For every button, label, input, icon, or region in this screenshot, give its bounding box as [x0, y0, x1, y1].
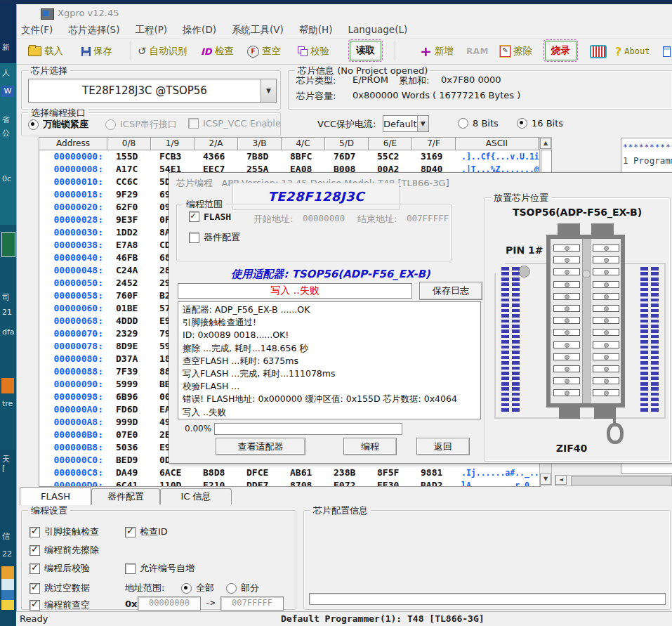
hex-value: 55C2: [369, 150, 412, 163]
slot-pin-dot: [604, 355, 609, 360]
check-id-checkbox[interactable]: 检查ID: [125, 526, 168, 538]
program-button[interactable]: 编程: [343, 438, 397, 455]
auto-sn-checkbox[interactable]: 允许编号自增: [125, 562, 195, 575]
slot-pin-dot: [565, 282, 569, 287]
hex-value: 5999: [107, 378, 151, 391]
menu-item[interactable]: 系统工具(V): [232, 24, 284, 37]
read-button[interactable]: 读取: [350, 41, 381, 60]
desktop-fragment: 21: [2, 308, 12, 317]
slot-pin-dot: [604, 258, 609, 263]
hex-address: 00000020:: [39, 201, 107, 214]
hex-value: E7A8: [107, 239, 151, 252]
menu-item[interactable]: 芯片选择(S): [68, 24, 119, 37]
range-part-radio[interactable]: 部分: [226, 582, 259, 594]
hex-value: 76D7: [325, 150, 369, 163]
view-adapter-button[interactable]: 查看适配器: [216, 438, 305, 455]
pin1-label: PIN 1#: [506, 244, 543, 256]
slot-pin-dot: [565, 246, 569, 251]
calc-button[interactable]: 计算: [663, 42, 672, 60]
scroll-up-icon[interactable]: ▲: [540, 138, 551, 149]
scrollbar-thumb[interactable]: [571, 476, 672, 486]
question-icon: ?: [615, 45, 621, 58]
desktop-fragment: 人: [2, 67, 10, 78]
chip-pins-button[interactable]: [590, 42, 607, 60]
tab-device-config[interactable]: 器件配置: [91, 488, 160, 504]
socket-slot: [553, 377, 580, 384]
device-config-checkbox[interactable]: 器件配置: [189, 231, 240, 244]
desktop-fragment: 信: [2, 531, 10, 542]
erase-button[interactable]: ✎擦除: [500, 42, 532, 60]
taskbar-colors: [1, 566, 14, 610]
detect-icon: ↺: [138, 45, 147, 58]
flash-checkbox[interactable]: FLASH: [189, 211, 231, 222]
chip-config-field[interactable]: [309, 593, 666, 605]
chip-select-combo[interactable]: TE28F128J3C @TSOP56 ▼: [28, 79, 277, 103]
slot-pin-dot: [604, 246, 609, 251]
icsp-vcc-checkbox[interactable]: ICSP_VCC Enable: [188, 118, 281, 129]
menu-item[interactable]: 工程(P): [135, 24, 167, 37]
hex-row[interactable]: 00000000:155DFCB343667B8D8BFC76D755C2316…: [39, 150, 540, 163]
hex-value: 01BE: [107, 302, 151, 315]
socket-slot: [593, 317, 619, 324]
pin-check-checkbox[interactable]: 引脚接触检查: [29, 526, 99, 538]
skip-blank-checkbox[interactable]: 跳过空数据: [29, 582, 90, 594]
menu-item[interactable]: 文件(F): [21, 24, 53, 37]
socket-slot: [593, 281, 619, 288]
verify-after-checkbox[interactable]: 编程后校验: [29, 562, 90, 575]
about-button[interactable]: ?About: [615, 42, 650, 60]
bits16-radio[interactable]: 16 Bits: [517, 118, 563, 129]
desktop-background: W 新人省公0c司21dfatre天[信22: [0, 0, 16, 626]
socket-radio[interactable]: 万能锁紧座: [28, 118, 88, 131]
slot-pin-dot: [604, 330, 609, 335]
hex-row[interactable]: 000000D0:6C41110DE210DDE78708E072EE30BAD…: [39, 479, 540, 486]
tab-ic-info[interactable]: IC 信息: [160, 488, 232, 504]
socket-lever-ring: [607, 423, 624, 444]
bits8-radio[interactable]: 8 Bits: [458, 118, 499, 129]
id-check-button[interactable]: ID检查: [201, 42, 234, 60]
auto-detect-button[interactable]: ↺自动识别: [138, 42, 187, 60]
tab-flash[interactable]: FLASH: [20, 487, 91, 505]
load-button[interactable]: 载入: [28, 42, 63, 60]
add-button[interactable]: +新增: [420, 42, 454, 60]
hex-value: 110D: [151, 479, 195, 486]
vcc-label: VCC保护电流:: [317, 118, 376, 131]
save-button[interactable]: 保存: [81, 42, 112, 60]
log-horizontal-scrollbar[interactable]: ◄: [555, 475, 672, 486]
save-log-button[interactable]: 保存日志: [419, 282, 482, 300]
burn-button[interactable]: 烧录: [545, 41, 577, 60]
socket-slot: [593, 268, 619, 275]
chevron-down-icon[interactable]: ▼: [417, 116, 429, 131]
menu-item[interactable]: 操作(D): [183, 24, 216, 37]
addr-from-field[interactable]: 00000000: [138, 596, 201, 611]
socket-slot: [593, 256, 619, 263]
socket-slot: [553, 389, 580, 396]
hex-address: 00000088:: [39, 365, 107, 378]
chevron-down-icon[interactable]: ▼: [261, 79, 276, 102]
verify-button[interactable]: 校验: [298, 42, 329, 60]
blank-before-checkbox[interactable]: 编程前查空: [29, 599, 90, 611]
addr-to-field[interactable]: 007FFFFF: [220, 596, 284, 611]
range-all-radio[interactable]: 全部: [181, 582, 214, 594]
vcc-combo[interactable]: Default ▼: [383, 115, 429, 132]
menu-item[interactable]: Language(L): [348, 24, 408, 37]
scroll-left-icon[interactable]: ◄: [555, 475, 567, 485]
hex-value: FD6D: [107, 403, 151, 416]
hex-header-cell: ASCII: [456, 138, 539, 150]
orange-icon: [1, 378, 14, 393]
hex-value: A17C: [107, 163, 151, 176]
range-arrow: ->: [205, 598, 215, 608]
slot-pin-dot: [604, 379, 609, 384]
scroll-down-icon[interactable]: ▼: [540, 474, 551, 485]
blank-check-button[interactable]: F查空: [247, 42, 281, 60]
menu-item[interactable]: 帮助(H): [299, 24, 333, 37]
socket-foot: [594, 406, 615, 419]
hex-value: 6ACE: [151, 467, 195, 479]
hex-value: 4366: [195, 150, 238, 163]
erase-before-checkbox[interactable]: 编程前先擦除: [29, 544, 99, 556]
plus-icon: +: [420, 45, 432, 58]
slot-pin-dot: [604, 294, 609, 299]
icsp-radio[interactable]: ICSP串行接口: [105, 118, 177, 131]
hex-row[interactable]: 000000C8:DA496ACEB8D8DFCEAB61238B8F5F988…: [39, 467, 540, 479]
toolbar-separator: [395, 41, 396, 60]
back-button[interactable]: 返回: [416, 438, 470, 455]
